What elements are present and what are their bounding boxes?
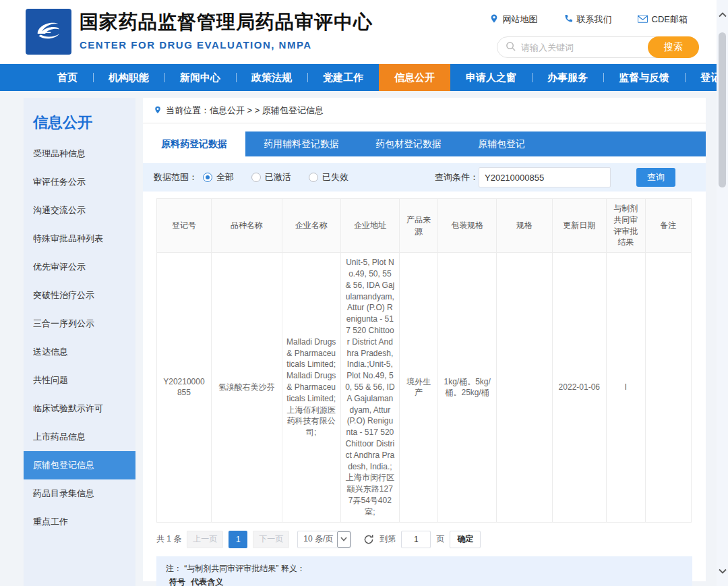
goto-page-input[interactable] [401,531,431,548]
cell-company-name: Malladi Drugs & Pharmaceuticals Limited;… [282,253,340,522]
sidebar-item-review-tasks[interactable]: 审评任务公示 [24,168,135,196]
search-icon [506,41,516,54]
link-cde-mail[interactable]: CDE邮箱 [638,13,688,26]
link-contact[interactable]: 联系我们 [564,13,612,26]
cell-registration-no: Y20210000855 [157,253,212,522]
col-remark: 备注 [645,199,691,253]
sidebar-item-drug-catalog[interactable]: 药品目录集信息 [24,479,135,508]
scroll-up-icon[interactable] [717,5,728,24]
confirm-button[interactable]: 确定 [450,531,481,548]
registration-table: 登记号 品种名称 企业名称 企业地址 产品来源 包装规格 规格 更新日期 与制剂… [156,198,692,523]
note-col-symbol: 符号 [166,576,189,586]
tab-excipient-data[interactable]: 药用辅料登记数据 [245,131,357,156]
sidebar-item-marketed-drugs[interactable]: 上市药品信息 [24,423,135,451]
main-panel: 当前位置：信息公开 > > 原辅包登记信息 原料药登记数据 药用辅料登记数据 药… [143,98,706,581]
page-1-button[interactable]: 1 [229,531,247,548]
mail-icon [638,15,648,25]
nav-item-party[interactable]: 党建工作 [307,64,379,91]
radio-activated-label: 已激活 [265,171,291,183]
next-page-button[interactable]: 下一页 [253,531,289,548]
query-bar: 数据范围： 全部 已激活 已失效 查询条件： 查询 [143,163,706,192]
note-header-row: 符号 代表含义 [166,576,683,586]
sidebar-item-delivery-info[interactable]: 送达信息 [24,338,135,366]
page-size-select[interactable]: 10 条/页 [297,531,351,548]
col-update-date: 更新日期 [552,199,606,253]
col-company-name: 企业名称 [282,199,340,253]
content-area: 信息公开 受理品种信息 审评任务公示 沟通交流公示 特殊审批品种列表 优先审评公… [0,91,728,586]
search-button[interactable]: 搜索 [648,36,699,58]
nav-item-applicant-window[interactable]: 申请人之窗 [450,64,532,91]
nav-item-functions[interactable]: 机构职能 [93,64,164,91]
sidebar-item-key-work[interactable]: 重点工作 [24,508,135,536]
table-header-row: 登记号 品种名称 企业名称 企业地址 产品来源 包装规格 规格 更新日期 与制剂… [157,199,692,253]
sidebar-item-breakthrough-therapy[interactable]: 突破性治疗公示 [24,281,135,310]
pagination-total: 共 1 条 [156,533,181,545]
prev-page-button[interactable]: 上一页 [187,531,223,548]
pagination: 共 1 条 上一页 1 下一页 10 条/页 到第 页 确定 [156,531,706,548]
nav-item-supervision[interactable]: 监督与反馈 [603,64,685,91]
nav-item-news[interactable]: 新闻中心 [164,64,236,91]
page-unit-label: 页 [436,533,444,545]
chevron-down-icon [337,531,351,548]
col-spec: 规格 [497,199,552,253]
refresh-icon[interactable] [363,534,374,545]
nav-item-policy[interactable]: 政策法规 [236,64,307,91]
tab-packaging-data[interactable]: 药包材登记数据 [357,131,460,156]
cell-product-name: 氢溴酸右美沙芬 [211,253,282,522]
scrollbar-thumb[interactable] [719,32,726,187]
link-cde-mail-label: CDE邮箱 [652,13,688,26]
sidebar-item-communication[interactable]: 沟通交流公示 [24,196,135,225]
page-scrollbar[interactable] [717,0,728,586]
scope-label: 数据范围： [154,171,198,183]
note-col-meaning: 代表含义 [191,577,223,586]
link-contact-label: 联系我们 [577,13,612,26]
sidebar: 信息公开 受理品种信息 审评任务公示 沟通交流公示 特殊审批品种列表 优先审评公… [24,98,135,586]
scroll-down-icon[interactable] [717,562,728,581]
sidebar-item-clinical-trial-approval[interactable]: 临床试验默示许可 [24,394,135,423]
site-title: 国家药品监督管理局药品审评中心 [80,9,373,35]
cell-update-date: 2022-01-06 [552,253,606,522]
radio-all[interactable]: 全部 [203,171,234,183]
sidebar-item-accepted-products[interactable]: 受理品种信息 [24,140,135,168]
map-pin-icon [489,13,499,26]
tab-raw-material-data[interactable]: 原料药登记数据 [143,131,245,156]
note-title: 注： “与制剂共同审评审批结果” 释义： [166,562,683,575]
site-header: 国家药品监督管理局药品审评中心 CENTER FOR DRUG EVALUATI… [0,0,728,64]
link-sitemap[interactable]: 网站地图 [489,13,538,26]
cell-joint-review-result: I [606,253,645,522]
cde-logo[interactable] [26,9,71,55]
sidebar-item-three-in-one[interactable]: 三合一序列公示 [24,310,135,338]
radio-expired-label: 已失效 [322,171,348,183]
phone-icon [564,14,573,26]
sidebar-item-priority-review[interactable]: 优先审评公示 [24,253,135,281]
tab-bar: 原料药登记数据 药用辅料登记数据 药包材登记数据 原辅包登记 [143,131,706,156]
col-product-source: 产品来源 [399,199,437,253]
condition-input[interactable] [479,167,611,187]
link-sitemap-label: 网站地图 [503,13,538,26]
radio-expired[interactable]: 已失效 [309,171,348,183]
query-button[interactable]: 查询 [636,168,675,187]
tab-raw-material-registration[interactable]: 原辅包登记 [460,131,543,156]
radio-all-dot [203,173,212,182]
radio-expired-dot [309,173,318,182]
brand-block: 国家药品监督管理局药品审评中心 CENTER FOR DRUG EVALUATI… [80,9,373,51]
nav-item-home[interactable]: 首页 [42,64,93,91]
nav-item-services[interactable]: 办事服务 [532,64,603,91]
col-product-name: 品种名称 [211,199,282,253]
radio-activated-dot [251,173,261,182]
cell-product-source: 境外生产 [399,253,437,522]
nav-item-info-disclosure[interactable]: 信息公开 [379,64,450,91]
sidebar-item-raw-material-registration[interactable]: 原辅包登记信息 [24,451,135,479]
breadcrumb: 当前位置：信息公开 > > 原辅包登记信息 [143,98,706,123]
location-pin-icon [154,105,162,117]
sidebar-item-common-issues[interactable]: 共性问题 [24,366,135,394]
swan-logo-icon [31,13,66,51]
radio-activated[interactable]: 已激活 [251,171,291,183]
page-size-value: 10 条/页 [298,533,337,545]
col-package-spec: 包装规格 [438,199,497,253]
search-input[interactable] [516,42,648,53]
sidebar-item-special-approval[interactable]: 特殊审批品种列表 [24,225,135,253]
table-row: Y20210000855 氢溴酸右美沙芬 Malladi Drugs & Pha… [157,253,692,522]
cell-spec [497,253,552,522]
legend-note: 注： “与制剂共同审评审批结果” 释义： 符号 代表含义 A 已批准在上市制剂使… [156,556,692,586]
